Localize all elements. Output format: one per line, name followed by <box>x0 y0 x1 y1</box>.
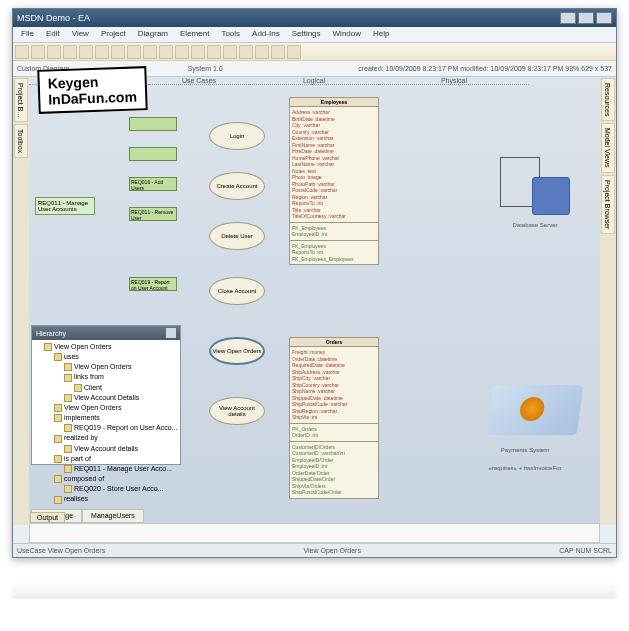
tree-icon <box>54 496 62 504</box>
hierarchy-panel[interactable]: Hierarchy View Open OrdersusesView Open … <box>31 325 181 465</box>
tree-item[interactable]: is part of <box>34 454 178 464</box>
tree-item[interactable]: View Open Orders <box>34 403 178 413</box>
menu-settings[interactable]: Settings <box>286 27 327 42</box>
menu-element[interactable]: Element <box>174 27 215 42</box>
output-tab[interactable]: Output <box>30 512 65 523</box>
tree-icon <box>64 363 72 371</box>
toolbar-button[interactable] <box>95 45 109 59</box>
tree-item[interactable]: implements <box>34 413 178 423</box>
entity-employees[interactable]: Employees Address :varcharBirthDate :dat… <box>289 97 379 265</box>
tab-project-browser[interactable]: Project B... <box>14 78 28 122</box>
entity-fkeys: FK_EmployeesReportsTo :intFK_Employees_E… <box>290 240 378 265</box>
toolbar-button[interactable] <box>31 45 45 59</box>
reflection-effect <box>12 581 617 599</box>
tab-project-browser[interactable]: Project Browser <box>601 175 615 234</box>
server-label: Database Server <box>500 222 570 228</box>
tab-manage-users[interactable]: ManageUsers <box>82 509 144 523</box>
toolbar-button[interactable] <box>15 45 29 59</box>
menu-tools[interactable]: Tools <box>215 27 246 42</box>
maximize-button[interactable] <box>578 12 594 24</box>
panel-header[interactable]: Hierarchy <box>32 326 180 340</box>
database-server-icon[interactable] <box>500 157 570 217</box>
right-dock: Resources Model Views Project Browser <box>600 77 616 525</box>
tree-item[interactable]: REQ019 - Report on User Acco... <box>34 423 178 433</box>
tree-item[interactable]: realized by <box>34 433 178 443</box>
toolbar-button[interactable] <box>63 45 77 59</box>
tree-item[interactable]: composed of <box>34 474 178 484</box>
toolbar-button[interactable] <box>127 45 141 59</box>
menu-edit[interactable]: Edit <box>40 27 66 42</box>
toolbar-button[interactable] <box>79 45 93 59</box>
tree-item[interactable]: Client <box>34 383 178 393</box>
tab-toolbox[interactable]: Toolbox <box>14 124 28 158</box>
payment-label: Payments System <box>480 447 570 453</box>
menu-view[interactable]: View <box>66 27 95 42</box>
entity-attributes: Address :varcharBirthDate :datetimeCity … <box>290 107 378 222</box>
toolbar-button[interactable] <box>47 45 61 59</box>
usecase-oval[interactable]: View Account details <box>209 397 265 425</box>
breadcrumb-info: created: 10/09/2009 8:23:17 PM modified:… <box>358 65 612 72</box>
entity-fkeys: CustomerID/OrdersCustomerID :varchar/int… <box>290 441 378 498</box>
status-right: CAP NUM SCRL <box>559 547 612 554</box>
usecase-oval[interactable]: Close Account <box>209 277 265 305</box>
requirement-item[interactable]: REQ016 - Add Users <box>129 177 177 191</box>
entity-orders[interactable]: Orders Freight :moneyOrderDate :datetime… <box>289 337 379 499</box>
toolbar-button[interactable] <box>271 45 285 59</box>
diagram-canvas[interactable]: Requirements Use Cases Logical Physical … <box>29 77 600 525</box>
toolbar-button[interactable] <box>175 45 189 59</box>
requirement-item[interactable] <box>129 117 177 131</box>
toolbar-button[interactable] <box>223 45 237 59</box>
panel-close-icon[interactable] <box>166 328 176 338</box>
hierarchy-tree[interactable]: View Open OrdersusesView Open Orderslink… <box>32 340 180 507</box>
toolbar-button[interactable] <box>287 45 301 59</box>
entity-keys: PK_EmployeesEmployeeID :int <box>290 222 378 240</box>
requirement-item[interactable] <box>129 147 177 161</box>
entity-keys: PK_OrdersOrderID :int <box>290 423 378 441</box>
usecase-oval-selected[interactable]: View Open Orders <box>209 337 265 365</box>
usecase-oval[interactable]: Login <box>209 122 265 150</box>
menu-addins[interactable]: Add-Ins <box>246 27 286 42</box>
tree-item[interactable]: View Account details <box>34 444 178 454</box>
tree-icon <box>64 374 72 382</box>
tree-icon <box>54 475 62 483</box>
toolbar-button[interactable] <box>239 45 253 59</box>
usecase-oval[interactable]: Delete User <box>209 222 265 250</box>
menu-diagram[interactable]: Diagram <box>132 27 174 42</box>
toolbar-button[interactable] <box>111 45 125 59</box>
tree-icon <box>54 414 62 422</box>
payments-system-icon[interactable] <box>486 385 583 435</box>
tree-item[interactable]: REQ011 - Manage User Acco... <box>34 464 178 474</box>
requirement-item[interactable]: REQ019 - Report on User Account <box>129 277 177 291</box>
tree-item[interactable]: uses <box>34 352 178 362</box>
usecase-oval[interactable]: Create Account <box>209 172 265 200</box>
menu-project[interactable]: Project <box>95 27 132 42</box>
panel-title: Hierarchy <box>36 330 66 337</box>
minimize-button[interactable] <box>560 12 576 24</box>
tree-item[interactable]: REQ020 - Store User Acco... <box>34 484 178 494</box>
requirement-main[interactable]: REQ011 - Manage User Accounts <box>35 197 95 215</box>
toolbar-button[interactable] <box>143 45 157 59</box>
tree-item[interactable]: links from <box>34 372 178 382</box>
output-panel[interactable]: Output <box>29 523 600 543</box>
tab-model-views[interactable]: Model Views <box>601 123 615 173</box>
status-left: UseCase View Open Orders <box>17 547 105 554</box>
close-button[interactable] <box>596 12 612 24</box>
toolbar-button[interactable] <box>207 45 221 59</box>
workspace: Project B... Toolbox Requirements Use Ca… <box>13 77 616 525</box>
toolbar-button[interactable] <box>159 45 173 59</box>
tree-icon <box>54 435 62 443</box>
requirement-item[interactable]: REQ011 - Remove User <box>129 207 177 221</box>
tree-item[interactable]: View Account Details <box>34 393 178 403</box>
toolbar-button[interactable] <box>255 45 269 59</box>
breadcrumb-tab[interactable]: System 1.0 <box>188 65 359 72</box>
menu-window[interactable]: Window <box>327 27 367 42</box>
tab-resources[interactable]: Resources <box>601 78 615 121</box>
tree-item[interactable]: View Open Orders <box>34 362 178 372</box>
menu-file[interactable]: File <box>15 27 40 42</box>
menu-help[interactable]: Help <box>367 27 395 42</box>
tree-item[interactable]: View Open Orders <box>34 342 178 352</box>
tree-item[interactable]: realises <box>34 494 178 504</box>
toolbar-button[interactable] <box>191 45 205 59</box>
watermark-line2: InDaFun.com <box>48 88 137 107</box>
titlebar[interactable]: MSDN Demo - EA <box>13 9 616 27</box>
